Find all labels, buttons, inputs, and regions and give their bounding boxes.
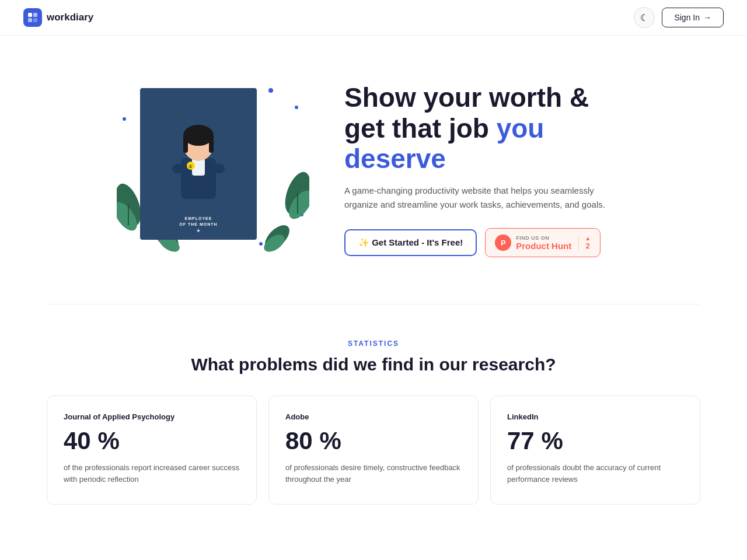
stat-card-1: Adobe 80 % of professionals desire timel… [268,396,479,505]
deco-leaf-bottom-right [263,220,292,257]
logo-text: workdiary [47,12,93,23]
deco-dot-6 [295,106,298,109]
svg-rect-20 [172,164,189,173]
hero-section: ① EMPLOYEE OF THE MONTH + Show your wort… [0,36,747,292]
signin-button[interactable]: Sign In → [662,8,724,27]
deco-dot-5 [268,88,273,93]
svg-rect-1 [33,13,37,17]
get-started-button[interactable]: ✨ Get Started - It's Free! [344,229,477,256]
logo-icon [23,8,42,27]
nav-right: ☾ Sign In → [634,7,724,28]
stat-percent-2: 77 % [507,427,683,455]
badge-text: EMPLOYEE OF THE MONTH [179,216,217,228]
section-divider [47,304,700,304]
svg-rect-2 [28,18,32,22]
ph-upvote-area: ▲ 2 [578,235,591,250]
cta-row: ✨ Get Started - It's Free! P FIND US ON … [344,228,636,257]
signin-arrow-icon: → [703,13,711,22]
ph-name-text: Product Hunt [516,241,571,251]
stat-source-2: LinkedIn [507,412,683,421]
product-hunt-button[interactable]: P FIND US ON Product Hunt ▲ 2 [485,228,601,257]
ph-logo-icon: P [495,235,511,251]
svg-text:①: ① [189,164,193,169]
stat-desc-0: of the professionals report increased ca… [64,462,240,485]
stats-heading: What problems did we find in our researc… [47,355,700,374]
ph-count: 2 [586,242,590,250]
stat-percent-0: 40 % [64,427,240,455]
stats-section: STATISTICS What problems did we find in … [0,316,747,540]
hero-subtitle: A game-changing productivity website tha… [344,184,607,212]
ph-arrow-icon: ▲ [585,235,591,242]
svg-rect-0 [28,13,32,17]
hero-title: Show your worth & get that job you deser… [344,82,636,175]
employee-frame: ① EMPLOYEE OF THE MONTH + [140,88,257,240]
hero-content: Show your worth & get that job you deser… [344,82,636,258]
hero-illustration: ① EMPLOYEE OF THE MONTH + [111,71,309,269]
stat-source-0: Journal of Applied Psychology [64,412,240,421]
stat-desc-2: of professionals doubt the accuracy of c… [507,462,683,485]
deco-leaf-right [274,164,309,225]
stat-percent-1: 80 % [285,427,462,455]
stat-card-0: Journal of Applied Psychology 40 % of th… [47,396,257,505]
svg-rect-3 [33,18,37,22]
stat-card-2: LinkedIn 77 % of professionals doubt the… [490,396,700,505]
logo[interactable]: workdiary [23,8,93,27]
stat-source-1: Adobe [285,412,462,421]
theme-toggle-button[interactable]: ☾ [634,7,655,28]
svg-rect-18 [183,135,188,153]
stats-grid: Journal of Applied Psychology 40 % of th… [47,396,700,505]
deco-dot-1 [123,117,126,121]
svg-rect-21 [208,164,225,173]
ph-find-text: FIND US ON [516,235,571,241]
stat-desc-1: of professionals desire timely, construc… [285,462,462,485]
stats-label: STATISTICS [47,340,700,348]
svg-rect-19 [209,135,214,153]
